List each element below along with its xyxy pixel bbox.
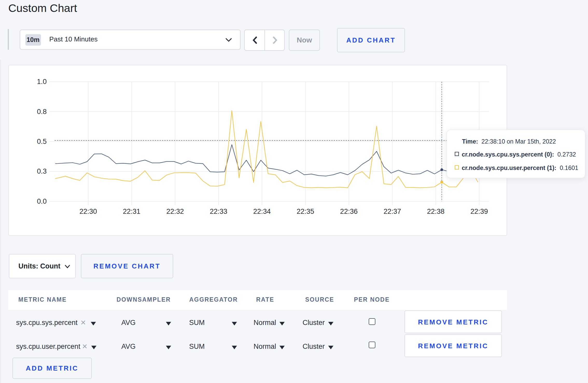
svg-text:22:36: 22:36 [340, 208, 358, 215]
svg-text:22:35: 22:35 [296, 208, 314, 215]
svg-text:22:33: 22:33 [209, 208, 227, 215]
svg-text:0.3: 0.3 [37, 167, 46, 175]
svg-text:22:30: 22:30 [79, 208, 97, 215]
svg-text:0.8: 0.8 [37, 108, 46, 116]
svg-text:0.5: 0.5 [37, 138, 46, 145]
svg-text:22:34: 22:34 [253, 208, 271, 215]
svg-text:22:39: 22:39 [470, 208, 488, 215]
svg-text:22:38: 22:38 [427, 208, 444, 215]
svg-text:0.0: 0.0 [37, 197, 46, 205]
svg-text:22:37: 22:37 [383, 208, 401, 215]
svg-text:22:32: 22:32 [166, 208, 184, 215]
svg-text:1.0: 1.0 [37, 78, 46, 86]
svg-text:22:31: 22:31 [123, 208, 140, 215]
